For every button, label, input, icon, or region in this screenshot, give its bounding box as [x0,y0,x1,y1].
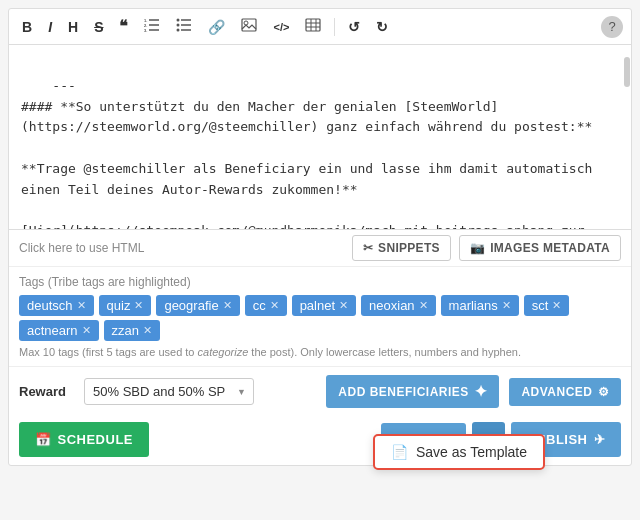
tag-actnearn-remove[interactable]: ✕ [82,324,91,337]
heading-button[interactable]: H [63,17,83,37]
save-template-label: Save as Template [416,444,527,460]
svg-rect-12 [242,19,256,31]
ul-button[interactable] [171,16,197,37]
reward-select-wrap: 50% SBD and 50% SP 100% SP Decline Payou… [84,378,254,405]
snippets-button[interactable]: ✂ SNIPPETS [352,235,451,261]
editor-toolbar: B I H S ❝ 1.2.3. 🔗 </> ↺ ↻ ? [9,9,631,45]
tag-actnearn[interactable]: actnearn ✕ [19,320,99,341]
file-icon: 📄 [391,444,408,460]
tag-deutsch-remove[interactable]: ✕ [77,299,86,312]
toolbar-separator [334,18,335,36]
tag-neoxian-remove[interactable]: ✕ [419,299,428,312]
gear-icon: ⚙ [598,385,610,399]
tag-palnet-remove[interactable]: ✕ [339,299,348,312]
editor-footer-bar: Click here to use HTML ✂ SNIPPETS 📷 IMAG… [9,230,631,267]
plus-icon: ✦ [474,382,488,401]
editor-text: --- #### **So unterstützt du den Macher … [21,78,616,230]
svg-rect-14 [306,19,320,31]
image-button[interactable] [236,16,262,37]
snippets-label: SNIPPETS [378,241,440,255]
footer-buttons: ✂ SNIPPETS 📷 IMAGES METADATA [352,235,621,261]
tags-section: Tags (Tribe tags are highlighted) deutsc… [9,267,631,367]
tag-zzan[interactable]: zzan ✕ [104,320,160,341]
schedule-label: SCHEDULE [58,432,134,447]
add-beneficiaries-button[interactable]: ADD BENEFICIARIES ✦ [326,375,499,408]
undo-button[interactable]: ↺ [343,17,365,37]
advanced-label: ADVANCED [521,385,592,399]
code-button[interactable]: </> [268,19,294,35]
reward-label: Reward [19,384,74,399]
advanced-button[interactable]: ADVANCED ⚙ [509,378,621,406]
editor-container: B I H S ❝ 1.2.3. 🔗 </> ↺ ↻ ? --- #### **… [8,8,632,466]
bottom-section: Reward 50% SBD and 50% SP 100% SP Declin… [9,367,631,422]
link-button[interactable]: 🔗 [203,17,230,37]
tags-sublabel: (Tribe tags are highlighted) [48,275,191,289]
scrollbar-thumb[interactable] [624,57,630,87]
bold-button[interactable]: B [17,17,37,37]
reward-select[interactable]: 50% SBD and 50% SP 100% SP Decline Payou… [84,378,254,405]
tag-palnet[interactable]: palnet ✕ [292,295,356,316]
tag-marlians[interactable]: marlians ✕ [441,295,519,316]
tag-neoxian[interactable]: neoxian ✕ [361,295,436,316]
tag-sct-remove[interactable]: ✕ [552,299,561,312]
tag-geografie-remove[interactable]: ✕ [223,299,232,312]
plane-icon: ✈ [594,432,606,447]
html-toggle[interactable]: Click here to use HTML [19,241,144,255]
tag-marlians-remove[interactable]: ✕ [502,299,511,312]
tags-label: Tags (Tribe tags are highlighted) [19,275,621,289]
calendar-icon: 📅 [35,432,52,447]
add-beneficiaries-label: ADD BENEFICIARIES [338,385,469,399]
ol-button[interactable]: 1.2.3. [139,16,165,37]
tag-cc[interactable]: cc ✕ [245,295,287,316]
reward-row: Reward 50% SBD and 50% SP 100% SP Declin… [19,375,621,408]
tags-hint: Max 10 tags (first 5 tags are used to ca… [19,346,621,358]
tag-cc-remove[interactable]: ✕ [270,299,279,312]
tags-row-2: actnearn ✕ zzan ✕ [19,320,621,341]
images-metadata-label: IMAGES METADATA [490,241,610,255]
svg-text:3.: 3. [144,28,147,32]
tag-deutsch[interactable]: deutsch ✕ [19,295,94,316]
strikethrough-button[interactable]: S [89,17,108,37]
snippets-icon: ✂ [363,241,373,255]
help-button[interactable]: ? [601,16,623,38]
tag-zzan-remove[interactable]: ✕ [143,324,152,337]
svg-point-10 [177,24,180,27]
tag-geografie[interactable]: geografie ✕ [156,295,239,316]
italic-button[interactable]: I [43,17,57,37]
tag-quiz-remove[interactable]: ✕ [134,299,143,312]
editor-textarea[interactable]: --- #### **So unterstützt du den Macher … [9,45,631,230]
save-as-template-popup[interactable]: 📄 Save as Template [373,434,545,470]
tags-row-1: deutsch ✕ quiz ✕ geografie ✕ cc ✕ palnet… [19,295,621,316]
svg-point-11 [177,29,180,32]
table-button[interactable] [300,16,326,37]
tag-quiz[interactable]: quiz ✕ [99,295,152,316]
tag-sct[interactable]: sct ✕ [524,295,570,316]
schedule-button[interactable]: 📅 SCHEDULE [19,422,149,457]
camera-icon: 📷 [470,241,485,255]
redo-button[interactable]: ↻ [371,17,393,37]
blockquote-button[interactable]: ❝ [114,15,133,38]
images-metadata-button[interactable]: 📷 IMAGES METADATA [459,235,621,261]
svg-point-9 [177,19,180,22]
